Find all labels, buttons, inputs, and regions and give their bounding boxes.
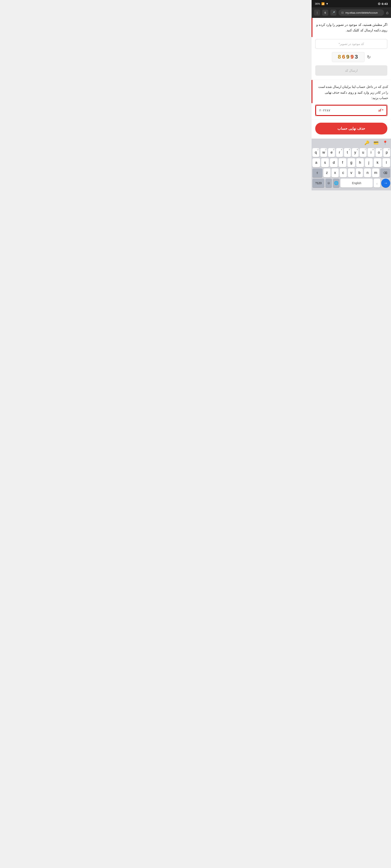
- status-bar-left: 6:43 ⊙: [378, 2, 388, 6]
- key-k[interactable]: k: [374, 158, 382, 167]
- key-q[interactable]: 1q: [312, 148, 319, 157]
- key-enter[interactable]: →: [381, 179, 390, 188]
- key-space[interactable]: English: [340, 179, 373, 188]
- key-v[interactable]: v: [348, 168, 355, 177]
- instruction-text-1: اگر مطمئن هستید، کد موجود در تصویر را وا…: [316, 23, 387, 32]
- key-g[interactable]: g: [347, 158, 355, 167]
- captcha-image: 86993: [332, 52, 365, 62]
- key-w[interactable]: 2w: [320, 148, 327, 157]
- time: 6:43: [382, 2, 388, 5]
- captcha-refresh-button[interactable]: ↻: [367, 55, 371, 60]
- key-s[interactable]: s: [321, 158, 329, 167]
- captcha-section: کد موجود در تصویر* ↻ 86993 ارسال کد: [312, 37, 391, 80]
- captcha-digit-5: 3: [355, 54, 359, 60]
- address-bar-icon: ⊟: [341, 11, 344, 14]
- code-input-section: * کد ۲۰۲۲۸۷: [312, 103, 391, 119]
- keyboard-row-1: 1q 2w 3e 4r 5t 6y 7u 8i 9o 0p: [312, 148, 390, 157]
- key-d[interactable]: d: [330, 158, 338, 167]
- keyboard: 1q 2w 3e 4r 5t 6y 7u 8i 9o 0p a s d f g …: [312, 147, 391, 190]
- microphone-button[interactable]: 🎤: [330, 9, 336, 16]
- instruction-block-1: اگر مطمئن هستید، کد موجود در تصویر را وا…: [312, 18, 391, 37]
- key-r[interactable]: 4r: [336, 148, 343, 157]
- send-code-label: ارسال کد: [345, 69, 358, 72]
- key-icon[interactable]: 🔑: [364, 141, 369, 145]
- code-input-wrapper[interactable]: * کد ۲۰۲۲۸۷: [316, 105, 387, 116]
- captcha-digit-2: 6: [342, 54, 346, 60]
- captcha-input[interactable]: کد موجود در تصویر*: [315, 39, 387, 49]
- card-icon[interactable]: 💳: [373, 141, 379, 145]
- key-n[interactable]: n: [364, 168, 371, 177]
- key-y[interactable]: 6y: [352, 148, 359, 157]
- key-emoji[interactable]: ☺: [326, 179, 332, 188]
- browser-icon: ⊙: [378, 2, 381, 6]
- key-t[interactable]: 5t: [344, 148, 351, 157]
- key-u[interactable]: 7u: [360, 148, 367, 157]
- key-i[interactable]: 8i: [368, 148, 374, 157]
- location-icon[interactable]: 📍: [383, 141, 388, 145]
- address-bar[interactable]: ⊟ my.eitaa.com/deleteAccoun: [338, 9, 384, 16]
- send-code-button[interactable]: ارسال کد: [315, 65, 387, 76]
- home-button[interactable]: ⌂: [386, 10, 389, 15]
- tabs-button[interactable]: 6: [322, 9, 328, 16]
- battery-level: 36%: [315, 2, 320, 5]
- key-z[interactable]: z: [324, 168, 331, 177]
- instruction-block-2: کدی که در داخل حساب ایتا برایتان ارسال ش…: [312, 80, 391, 103]
- key-f[interactable]: f: [339, 158, 346, 167]
- delete-button-section: حذف نهایی حساب: [312, 119, 391, 138]
- keyboard-row-3: ⇧ z x c v b n m ⌫: [312, 168, 390, 177]
- key-p[interactable]: 0p: [383, 148, 390, 157]
- keyboard-row-4: ?123 ☺ 🌐 English . →: [312, 179, 390, 188]
- key-h[interactable]: h: [356, 158, 364, 167]
- delete-btn-label: حذف نهایی حساب: [337, 127, 365, 131]
- menu-button[interactable]: ⋮: [314, 9, 320, 16]
- key-shift[interactable]: ⇧: [312, 168, 323, 177]
- captcha-placeholder: کد موجود در تصویر*: [339, 42, 364, 45]
- captcha-digit-1: 8: [338, 54, 342, 60]
- status-bar: 6:43 ⊙ ▼ 📶 36%: [312, 0, 391, 7]
- key-period[interactable]: .: [374, 179, 380, 188]
- key-a[interactable]: a: [312, 158, 320, 167]
- browser-actions: 🎤 6 ⋮: [314, 9, 336, 16]
- key-globe[interactable]: 🌐: [333, 179, 339, 188]
- captcha-digit-4: 9: [350, 54, 355, 60]
- key-x[interactable]: x: [332, 168, 339, 177]
- key-b[interactable]: b: [356, 168, 363, 177]
- captcha-image-row: ↻ 86993: [315, 52, 387, 62]
- code-input-outer-border: * کد ۲۰۲۲۸۷: [315, 105, 387, 116]
- key-l[interactable]: l: [383, 158, 390, 167]
- key-o[interactable]: 9o: [375, 148, 383, 157]
- browser-chrome: ⌂ ⊟ my.eitaa.com/deleteAccoun 🎤 6 ⋮: [312, 7, 391, 18]
- key-backspace[interactable]: ⌫: [380, 168, 390, 177]
- code-label: * کد: [378, 108, 383, 112]
- keyboard-row-2: a s d f g h j k l: [312, 158, 390, 167]
- delete-account-button[interactable]: حذف نهایی حساب: [315, 123, 387, 134]
- captcha-digit-3: 9: [346, 54, 351, 60]
- key-j[interactable]: j: [365, 158, 373, 167]
- key-e[interactable]: 3e: [328, 148, 335, 157]
- instruction-text-2: کدی که در داخل حساب ایتا برایتان ارسال ش…: [318, 85, 388, 99]
- key-number-sym[interactable]: ?123: [312, 179, 325, 188]
- signal-icon: 📶: [322, 2, 325, 5]
- key-m[interactable]: m: [372, 168, 379, 177]
- code-value: ۲۰۲۲۸۷: [319, 108, 330, 112]
- status-bar-right: ▼ 📶 36%: [315, 2, 329, 5]
- keyboard-toolbar: 🔑 💳 📍: [312, 139, 391, 147]
- page-content: اگر مطمئن هستید، کد موجود در تصویر را وا…: [312, 18, 391, 139]
- wifi-icon: ▼: [326, 2, 329, 5]
- url-text: my.eitaa.com/deleteAccoun: [345, 11, 381, 14]
- key-c[interactable]: c: [340, 168, 347, 177]
